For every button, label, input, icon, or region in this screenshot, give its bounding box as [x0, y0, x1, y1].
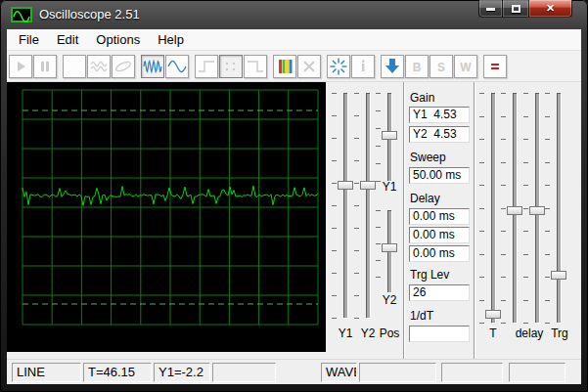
- blank-button[interactable]: [63, 55, 86, 78]
- statusbar: LINE T=46.15 ms Y1=-2.2 WAVE: [7, 359, 581, 384]
- dot-grid-button[interactable]: [219, 55, 243, 78]
- scope-display: [7, 82, 326, 352]
- trg-slider-thumb[interactable]: [551, 271, 566, 280]
- status-empty-4: [509, 363, 565, 382]
- trigger-level-field[interactable]: 26: [409, 284, 470, 301]
- pos-y2-label: Y2: [373, 293, 406, 307]
- readouts-panel: Gain Y1 4.53 Y2 4.53 Sweep 50.00 ms Dela…: [403, 82, 474, 359]
- spark-button[interactable]: [327, 55, 350, 78]
- minimize-icon: [486, 8, 495, 11]
- toolbar: BSW: [7, 51, 581, 82]
- trigger-level-label: Trg Lev: [410, 268, 449, 282]
- close-icon: ✕: [546, 3, 555, 14]
- wave-mode-button: [87, 55, 111, 78]
- menu-item-options[interactable]: Options: [87, 29, 149, 50]
- i-icon: [352, 56, 374, 77]
- mode-b-button: B: [405, 55, 429, 78]
- sweep-field[interactable]: 50.00 ms: [409, 167, 470, 184]
- dots-icon: [220, 56, 242, 77]
- pos-y1-label: Y1: [373, 180, 406, 194]
- color-bars-icon: [274, 56, 295, 77]
- save-down-button[interactable]: [381, 55, 404, 78]
- delay-2-slider-ticks: [523, 93, 528, 324]
- app-icon: [11, 7, 32, 22]
- delay-2-slider-thumb[interactable]: [529, 206, 545, 215]
- pause-button: [33, 55, 57, 78]
- letter-s-icon: S: [430, 56, 452, 77]
- y1-gain-slider-thumb[interactable]: [338, 181, 353, 190]
- draw-mode-button: [112, 55, 135, 78]
- pencil-icon: [113, 56, 134, 77]
- signal-sine-button[interactable]: [165, 55, 189, 78]
- svg-text:S: S: [437, 60, 445, 73]
- y1-pos-slider-ticks: [376, 93, 381, 182]
- mode-w-button: W: [454, 55, 477, 78]
- letter-b-icon: B: [406, 56, 428, 77]
- y1-gain-slider-ticks: [332, 93, 337, 319]
- clear-button: [297, 55, 321, 78]
- menu-item-file[interactable]: File: [10, 29, 48, 50]
- sweep-label: Sweep: [410, 151, 446, 164]
- minimize-button[interactable]: [478, 0, 503, 18]
- equals-button[interactable]: [483, 55, 507, 78]
- blank-icon: [64, 56, 85, 77]
- main-area: Y1 Y2 Y1 Y2 Pos Gain Y1 4.53 Y2 4.53 Swe…: [7, 82, 581, 359]
- app-window: Oscilloscope 2.51 ✕ File Edit Options He…: [0, 0, 588, 392]
- gain-y2-field[interactable]: Y2 4.53: [409, 126, 470, 143]
- trg-slider-ticks: [545, 93, 550, 324]
- gain-y1-field[interactable]: Y1 4.53: [409, 107, 470, 123]
- titlebar[interactable]: Oscilloscope 2.51 ✕: [0, 0, 588, 29]
- maximize-icon: [512, 5, 520, 13]
- step-down-icon: [245, 56, 266, 77]
- pos-slider-label: Pos: [373, 327, 406, 340]
- play-button: [9, 55, 32, 78]
- spark-icon: [328, 56, 349, 77]
- t-slider-track[interactable]: [491, 93, 495, 323]
- svg-text:B: B: [413, 60, 422, 73]
- step-up-icon: [196, 56, 217, 77]
- client-area: File Edit Options Help BSW Y1 Y2 Y1 Y2 P…: [7, 29, 581, 384]
- menubar: File Edit Options Help: [7, 29, 581, 51]
- gain-label: Gain: [410, 91, 434, 105]
- t-slider-thumb[interactable]: [485, 310, 501, 319]
- window-title: Oscilloscope 2.51: [39, 7, 140, 22]
- wave-icon: [88, 56, 110, 77]
- status-wave-mode: WAVE: [321, 363, 357, 382]
- delay-1-slider-thumb[interactable]: [507, 206, 522, 215]
- letter-w-icon: W: [455, 56, 476, 77]
- delay-field-2[interactable]: 0.00 ms: [409, 227, 470, 243]
- menu-item-help[interactable]: Help: [149, 29, 193, 50]
- maximize-button[interactable]: [503, 0, 528, 18]
- x-icon: [298, 56, 320, 77]
- play-icon: [10, 56, 31, 77]
- y1-gain-slider-track[interactable]: [343, 93, 347, 318]
- y2-pos-slider-thumb[interactable]: [382, 243, 397, 252]
- gain-pos-sliders-panel: Y1 Y2 Y1 Y2 Pos: [326, 82, 403, 359]
- delay-1-slider-ticks: [501, 93, 506, 324]
- trg-slider-track[interactable]: [557, 93, 561, 323]
- mode-s-button: S: [430, 55, 453, 78]
- trg-slider-label: Trg: [543, 327, 576, 340]
- status-y1-value: Y1=-2.2: [154, 363, 210, 382]
- equals-icon: [484, 56, 506, 77]
- signal-dense-button[interactable]: [141, 55, 164, 78]
- y1-pos-slider-thumb[interactable]: [382, 131, 397, 140]
- color-display-button[interactable]: [273, 55, 296, 78]
- t-slider-ticks: [479, 93, 484, 324]
- step-fall-button: [244, 55, 267, 78]
- menu-item-edit[interactable]: Edit: [48, 29, 87, 50]
- close-button[interactable]: ✕: [528, 0, 572, 18]
- delay-field-1[interactable]: 0.00 ms: [409, 208, 470, 225]
- delay-field-3[interactable]: 0.00 ms: [409, 245, 470, 262]
- delay-label: Delay: [410, 192, 440, 205]
- step-rise-button: [195, 55, 218, 78]
- status-time: T=46.15 ms: [83, 363, 152, 382]
- inverse-dt-field[interactable]: [409, 326, 470, 342]
- y2-pos-slider-ticks: [376, 210, 381, 293]
- status-empty-1: [212, 363, 276, 382]
- sine-icon: [166, 56, 188, 77]
- y2-gain-slider-track[interactable]: [366, 93, 370, 318]
- y2-gain-slider-thumb[interactable]: [360, 181, 376, 190]
- inverse-dt-label: 1/dT: [410, 309, 433, 323]
- pause-icon: [34, 56, 56, 77]
